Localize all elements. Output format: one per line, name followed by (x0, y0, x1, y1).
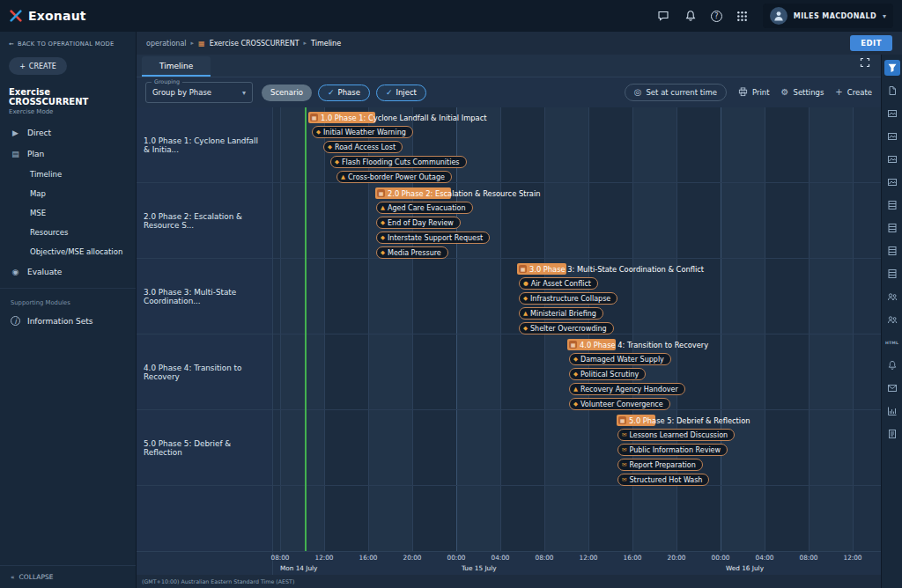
timeline-row-labels: 1.0 Phase 1: Cyclone Landfall & Initia..… (137, 107, 273, 551)
circle-icon: ● (523, 281, 529, 287)
sidebar-item-objective-mse-allocation[interactable]: Objective/MSE allocation (0, 242, 136, 261)
inject-chip[interactable]: ◆Infrastructure Collapse (519, 292, 617, 305)
diamond-icon: ◆ (335, 159, 339, 165)
collapse-sidebar-button[interactable]: « COLLAPSE (0, 565, 136, 588)
axis-ticks: 08:0012:0016:0020:0000:0004:0008:0012:00… (273, 552, 881, 575)
plus-icon: + (19, 62, 26, 70)
user-menu[interactable]: MILES MACDONALD ▾ (763, 4, 893, 28)
create-button[interactable]: + CREATE (9, 57, 67, 75)
inject-chip[interactable]: ▲Cross-border Power Outage (336, 171, 452, 183)
app-logo[interactable]: Exonaut (9, 9, 86, 23)
sidebar-item-plan[interactable]: ▤ Plan (0, 143, 136, 165)
help-icon[interactable]: ? (711, 11, 722, 22)
print-button[interactable]: Print (738, 87, 770, 99)
logo-x-icon (9, 9, 23, 23)
team-icon[interactable] (884, 312, 900, 327)
inject-chip[interactable]: ◆Damaged Water Supply (569, 353, 671, 365)
timeline-rows: ▦1.0 Phase 1: Cyclone Landfall & Initial… (273, 107, 881, 486)
phase-bar[interactable]: ▦3.0 Phase 3: Multi-State Coordination &… (517, 263, 566, 275)
inject-chip[interactable]: ✉Public Information Review (617, 444, 728, 456)
inject-chip[interactable]: ◆Road Access Lost (323, 141, 403, 153)
filter-icon[interactable] (884, 60, 900, 76)
time-tick-label: 20:00 (667, 554, 685, 562)
phase-bar[interactable]: ▦1.0 Phase 1: Cyclone Landfall & Initial… (308, 112, 375, 123)
timezone-note: (GMT+10:00) Australian Eastern Standard … (142, 578, 294, 584)
breadcrumb-root[interactable]: operational (146, 40, 187, 48)
image-panel-icon[interactable] (884, 151, 900, 167)
logo-text: Exonaut (28, 9, 86, 23)
timeline-row: ▦4.0 Phase 4: Transition to Recovery◆Dam… (273, 334, 881, 410)
filter-chip-scenario[interactable]: Scenario (262, 85, 312, 101)
archive-icon[interactable] (884, 266, 900, 282)
inject-chip[interactable]: ◆Flash Flooding Cuts Communities (330, 156, 467, 168)
inject-chip[interactable]: ▲Ministerial Briefing (519, 307, 603, 320)
mail-icon[interactable] (884, 380, 900, 396)
breadcrumb-exercise[interactable]: Exercise CROSSCURRENT (210, 40, 299, 48)
warning-icon: ▲ (381, 205, 385, 211)
gear-icon: ⚙ (781, 88, 789, 97)
notifications-icon[interactable] (884, 357, 900, 373)
chat-icon[interactable] (656, 9, 670, 23)
inject-chip[interactable]: ▲Recovery Agency Handover (569, 383, 685, 395)
edit-button[interactable]: EDIT (850, 35, 892, 51)
archive-icon[interactable] (884, 220, 900, 236)
image-panel-icon[interactable] (884, 174, 900, 190)
time-tick-label: 08:00 (799, 554, 817, 562)
inject-chip[interactable]: ●Air Asset Conflict (519, 277, 598, 290)
inject-chip[interactable]: ▲Aged Care Evacuation (376, 202, 473, 214)
sidebar-item-map[interactable]: Map (0, 184, 136, 203)
inject-chip[interactable]: ◆Interstate Support Request (376, 232, 490, 244)
back-arrow-icon: ← (9, 40, 14, 48)
inject-chip[interactable]: ◆Volunteer Convergence (569, 398, 670, 410)
chart-icon[interactable] (884, 403, 900, 419)
phase-bar[interactable]: ▦4.0 Phase 4: Transition to Recovery (567, 339, 616, 350)
sidebar-item-timeline[interactable]: Timeline (0, 165, 136, 184)
time-tick-label: 12:00 (843, 554, 861, 562)
html-icon[interactable]: HTML (884, 334, 900, 350)
phase-bar[interactable]: ▦2.0 Phase 2: Escalation & Resource Stra… (375, 187, 451, 199)
phase-icon: ▦ (519, 265, 527, 273)
filter-chip-phase[interactable]: ✓Phase (318, 85, 370, 101)
settings-button[interactable]: ⚙ Settings (781, 88, 824, 97)
sidebar-item-evaluate[interactable]: ◉ Evaluate (0, 261, 136, 283)
archive-icon[interactable] (884, 243, 900, 259)
info-icon: i (11, 316, 20, 326)
inject-chip[interactable]: ◆Media Pressure (376, 246, 448, 259)
timeline-panel: 1.0 Phase 1: Cyclone Landfall & Initia..… (137, 107, 881, 551)
inject-chip[interactable]: ◆End of Day Review (376, 217, 461, 229)
inject-chip[interactable]: ◆Political Scrutiny (569, 368, 646, 380)
inject-chip[interactable]: ◆Initial Weather Warning (312, 126, 413, 138)
apps-grid-icon[interactable] (736, 9, 750, 23)
grouping-select[interactable]: Grouping Group by Phase ▾ (145, 82, 253, 103)
warning-icon: ▲ (341, 174, 345, 180)
fullscreen-icon[interactable] (860, 55, 870, 71)
bell-icon[interactable] (684, 9, 698, 23)
phase-bar[interactable]: ▦5.0 Phase 5: Debrief & Reflection (617, 415, 655, 426)
time-tick-label: 08:00 (535, 554, 553, 562)
sidebar-item-resources[interactable]: Resources (0, 223, 136, 242)
printer-icon (738, 87, 748, 99)
inject-chip[interactable]: ✉Report Preparation (617, 459, 703, 471)
image-panel-icon[interactable] (884, 106, 900, 121)
create-timeline-item-button[interactable]: + Create (835, 88, 872, 97)
sidebar-item-direct[interactable]: ▶ Direct (0, 122, 136, 143)
sidebar-item-information-sets[interactable]: i Information Sets (0, 310, 136, 332)
set-at-current-time-button[interactable]: ◎ Set at current time (625, 84, 727, 101)
back-to-operational-link[interactable]: ← BACK TO OPERATIONAL MODE (0, 32, 136, 53)
image-panel-icon[interactable] (884, 129, 900, 144)
inject-chip[interactable]: ✉Structured Hot Wash (617, 474, 709, 486)
tab-timeline[interactable]: Timeline (142, 56, 211, 77)
warning-icon: ▲ (523, 311, 528, 317)
time-tick-label: 00:00 (447, 554, 465, 562)
report-icon[interactable] (884, 426, 900, 442)
archive-icon[interactable] (884, 197, 900, 213)
sidebar-item-mse[interactable]: MSE (0, 203, 136, 223)
mail-icon: ✉ (622, 447, 626, 453)
inject-chip[interactable]: ◆Shelter Overcrowding (519, 322, 614, 334)
document-icon[interactable] (884, 83, 900, 99)
filter-chip-inject[interactable]: ✓Inject (376, 85, 426, 101)
check-icon: ✓ (328, 88, 335, 97)
inject-chip[interactable]: ✉Lessons Learned Discussion (617, 429, 735, 441)
timeline-row: ▦3.0 Phase 3: Multi-State Coordination &… (273, 259, 881, 334)
team-icon[interactable] (884, 289, 900, 305)
